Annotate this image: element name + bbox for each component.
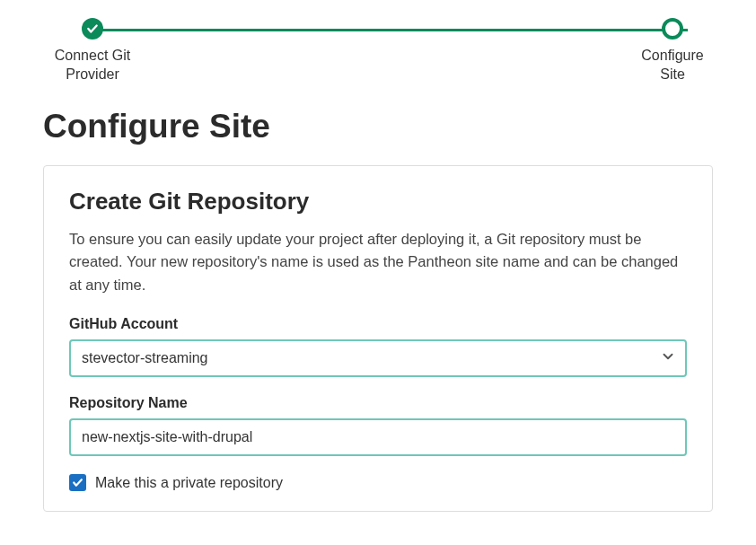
stepper-connector-line	[93, 29, 688, 31]
step-configure-site[interactable]: Configure Site	[632, 18, 713, 84]
step-label: Configure Site	[632, 47, 713, 84]
private-repo-label: Make this a private repository	[95, 475, 283, 491]
current-step-circle-icon	[662, 18, 683, 40]
github-account-field-group: GitHub Account stevector-streaming	[69, 316, 687, 377]
page-title: Configure Site	[0, 108, 756, 145]
card-description: To ensure you can easily update your pro…	[69, 228, 687, 297]
github-account-select[interactable]: stevector-streaming	[69, 339, 687, 377]
create-git-repository-card: Create Git Repository To ensure you can …	[43, 165, 713, 513]
repository-name-label: Repository Name	[69, 395, 687, 411]
step-connect-git-provider[interactable]: Connect Git Provider	[43, 18, 142, 84]
repository-name-input[interactable]	[69, 418, 687, 456]
private-repo-checkbox[interactable]	[69, 474, 86, 491]
repository-name-field-group: Repository Name	[69, 395, 687, 456]
progress-stepper: Connect Git Provider Configure Site	[0, 18, 756, 84]
github-account-label: GitHub Account	[69, 316, 687, 332]
checkmark-icon	[82, 18, 103, 40]
card-title: Create Git Repository	[69, 188, 687, 215]
step-label: Connect Git Provider	[43, 47, 142, 84]
private-repo-checkbox-row[interactable]: Make this a private repository	[69, 474, 687, 491]
